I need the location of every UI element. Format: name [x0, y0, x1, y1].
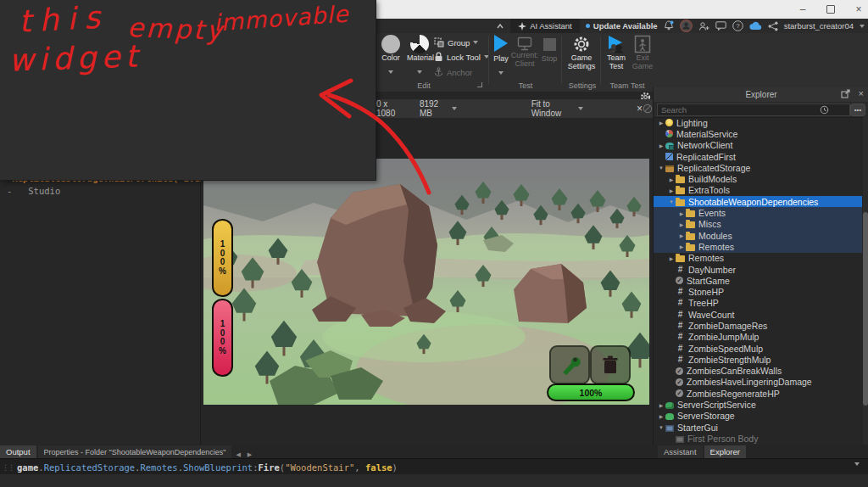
device-bar-close-icon[interactable]: × — [637, 103, 643, 115]
resolution-label[interactable]: 0 x 1080 — [376, 99, 404, 118]
tree-item-ReplicatedStorage[interactable]: ▼ReplicatedStorage — [654, 162, 862, 173]
lock-icon — [434, 52, 443, 62]
cloud-sync-icon[interactable] — [749, 21, 762, 31]
exit-game-button[interactable]: Exit Game — [631, 35, 654, 70]
tree-item-ZombieJumpMulp[interactable]: #ZombieJumpMulp — [654, 332, 862, 343]
maximize-button[interactable] — [818, 0, 843, 19]
wrench-icon — [559, 354, 581, 376]
expand-arrow-icon[interactable]: ▼ — [657, 425, 665, 430]
mute-icon[interactable] — [643, 103, 653, 115]
chevron-up-icon[interactable] — [496, 23, 504, 30]
expand-arrow-icon[interactable]: ▶ — [677, 221, 686, 227]
command-bar-caret-icon[interactable] — [854, 462, 860, 466]
tree-item-Remotes[interactable]: ▶Remotes — [654, 241, 862, 252]
expand-arrow-icon[interactable]: ▶ — [677, 244, 686, 249]
wrench-button[interactable] — [549, 345, 590, 384]
maximize-icon — [826, 5, 835, 14]
expand-arrow-icon[interactable]: ▶ — [677, 232, 686, 238]
tree-item-Lighting[interactable]: ▶Lighting — [654, 117, 862, 128]
notifications-bell-icon[interactable] — [664, 20, 674, 31]
tree-item-ServerScriptService[interactable]: ▶ServerScriptService — [654, 399, 862, 410]
update-available-button[interactable]: Update Available — [586, 21, 658, 31]
share-icon[interactable] — [768, 21, 778, 31]
expand-arrow-icon[interactable]: ▶ — [657, 120, 665, 126]
tree-item-Miscs[interactable]: ▶Miscs — [654, 219, 862, 230]
tab-output[interactable]: Output — [0, 445, 36, 458]
user-menu-caret-icon[interactable] — [860, 25, 865, 28]
tree-item-ZombieSpeedMulp[interactable]: #ZombieSpeedMulp — [654, 343, 862, 354]
tree-item-label: NetworkClient — [677, 140, 732, 150]
tree-item-ZombiesRegenerateHP[interactable]: ✓ZombiesRegenerateHP — [654, 388, 862, 399]
expand-arrow-icon[interactable]: ▼ — [657, 165, 665, 171]
tree-item-First Person Body[interactable]: First Person Body — [654, 433, 862, 444]
stop-button[interactable]: Stop — [539, 36, 559, 63]
search-history-icon[interactable] — [820, 105, 829, 115]
group-button[interactable]: Group — [434, 37, 478, 48]
command-bar[interactable]: ⋮⋮ game.ReplicatedStorage.Remotes.ShowBl… — [0, 458, 868, 475]
tree-item-ReplicatedFirst[interactable]: ReplicatedFirst — [654, 151, 862, 162]
popout-icon[interactable] — [841, 89, 850, 98]
expand-arrow-icon[interactable]: ▶ — [677, 210, 686, 216]
ai-assistant-button[interactable]: AI Assistant — [510, 19, 580, 33]
delete-button[interactable] — [590, 345, 631, 384]
expand-arrow-icon[interactable]: ▶ — [657, 413, 665, 419]
add-collaborator-icon[interactable] — [698, 21, 709, 31]
play-icon — [494, 35, 508, 52]
scrollbar-thumb[interactable] — [863, 212, 868, 406]
expand-arrow-icon[interactable]: ▶ — [667, 176, 676, 182]
minimize-button[interactable]: – — [790, 0, 815, 19]
tab-explorer[interactable]: Explorer — [704, 445, 746, 458]
expand-arrow-icon[interactable]: ▶ — [657, 143, 665, 148]
tree-item-StoneHP[interactable]: #StoneHP — [654, 286, 862, 297]
game-settings-button[interactable]: Game Settings — [566, 35, 597, 70]
play-button[interactable]: Play — [490, 35, 512, 78]
username-label[interactable]: starburst_creator04 — [784, 21, 854, 31]
tree-item-WaveCount[interactable]: #WaveCount — [654, 309, 862, 320]
tree-item-DayNumber[interactable]: #DayNumber — [654, 264, 862, 275]
tree-item-StartGame[interactable]: ✓StartGame — [654, 275, 862, 286]
help-icon[interactable]: ? — [732, 20, 743, 31]
lock-tool-button[interactable]: Lock Tool — [434, 52, 489, 62]
expand-arrow-icon[interactable]: ▶ — [667, 255, 676, 261]
empty-dock-widget[interactable]: this empty immovable widget — [0, 0, 376, 181]
current-client-button[interactable]: Current: Client — [510, 36, 539, 68]
expand-arrow-icon[interactable]: ▶ — [657, 402, 665, 408]
fit-to-window-dropdown[interactable]: Fit to Window — [531, 99, 583, 118]
tree-item-MaterialService[interactable]: MaterialService — [654, 128, 862, 139]
tree-item-NetworkClient[interactable]: ▶NetworkClient — [654, 140, 862, 151]
tab-properties[interactable]: Properties - Folder "ShootableWeaponDepe… — [38, 445, 232, 458]
tree-item-BuildModels[interactable]: ▶BuildModels — [654, 173, 862, 184]
tree-item-ZombieDamageRes[interactable]: #ZombieDamageRes — [654, 320, 862, 331]
tree-item-ZombiesHaveLingeringDamage[interactable]: ✓ZombiesHaveLingeringDamage — [654, 377, 862, 388]
command-bar-grip[interactable]: ⋮⋮ — [2, 463, 14, 472]
tree-item-ZombieStrengthMulp[interactable]: #ZombieStrengthMulp — [654, 354, 862, 365]
explorer-vscrollbar[interactable] — [863, 117, 868, 445]
tree-item-ServerStorage[interactable]: ▶ServerStorage — [654, 411, 862, 422]
anchor-button[interactable]: Anchor — [434, 67, 472, 77]
avatar-icon[interactable] — [680, 20, 693, 32]
tree-item-Events[interactable]: ▶Events — [654, 207, 862, 218]
tree-item-label: MaterialService — [676, 129, 737, 139]
tree-item-Modules[interactable]: ▶Modules — [654, 230, 862, 241]
tree-item-ShootableWeaponDependencies[interactable]: ▼ShootableWeaponDependencies — [654, 196, 862, 207]
search-options-button[interactable]: ••• — [850, 104, 865, 116]
expand-arrow-icon[interactable]: ▼ — [667, 199, 676, 204]
expand-arrow-icon[interactable]: ▶ — [667, 188, 676, 193]
team-test-button[interactable]: Team Test — [604, 35, 629, 70]
tree-item-ZombiesCanBreakWalls[interactable]: ✓ZombiesCanBreakWalls — [654, 366, 862, 377]
tree-item-TreeHP[interactable]: #TreeHP — [654, 298, 862, 309]
edit-dialog-launcher-icon[interactable] — [477, 82, 482, 87]
tree-item-ExtraTools[interactable]: ▶ExtraTools — [654, 185, 862, 196]
command-bar-code[interactable]: game.ReplicatedStorage.Remotes.ShowBluep… — [17, 462, 398, 473]
close-button[interactable]: × — [846, 0, 868, 19]
feedback-bubble-icon[interactable] — [715, 21, 726, 31]
tree-item-StarterGui[interactable]: ▼StarterGui — [654, 422, 862, 433]
memory-dropdown[interactable]: 8192 MB — [420, 99, 457, 118]
zoom-level-value: 100% — [580, 388, 603, 398]
explorer-close-icon[interactable]: × — [859, 88, 864, 98]
color-button[interactable]: Color — [380, 35, 402, 77]
material-button[interactable]: Material — [407, 35, 432, 77]
tab-scroll-arrows[interactable]: ◀ ▶ — [236, 451, 254, 458]
tab-assistant[interactable]: Assistant — [658, 445, 703, 458]
tree-item-Remotes[interactable]: ▶Remotes — [654, 253, 862, 264]
